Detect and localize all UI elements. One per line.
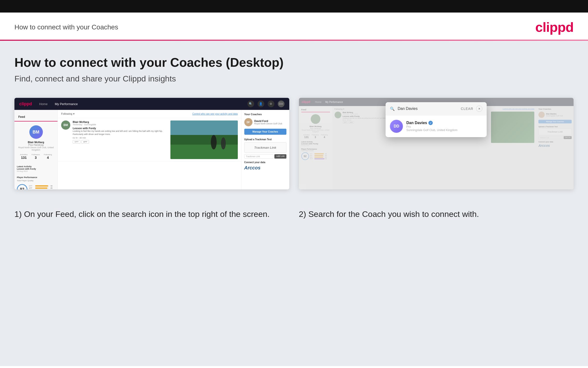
upload-section: Upload a Trackman Test Trackman Link Tra…	[244, 138, 286, 159]
stat-following: Following 4	[44, 154, 52, 159]
profile-name: Blair McHarg	[28, 141, 44, 144]
profile-club: Royal North Devon Golf Club, United King…	[17, 146, 55, 151]
feed-content: Blair McHarg Yesterday · Sunningdale Les…	[73, 120, 168, 159]
settings-icon[interactable]: ⚙	[268, 101, 274, 107]
left-screenshot: clippd Home My Performance 🔍 👤 ⚙ BM Feed	[14, 98, 289, 189]
coach-item: DF David Ford Royal North Devon Golf Clu…	[244, 118, 286, 126]
player-performance: Player Performance Total Player Quality …	[14, 174, 58, 189]
stat-activities: Activities 131	[20, 154, 28, 159]
feed-tab[interactable]: Feed	[14, 113, 58, 121]
main-content: How to connect with your Coaches (Deskto…	[0, 41, 588, 366]
coaches-panel: Your Coaches DF David Ford Royal North D…	[241, 110, 289, 189]
top-bar	[0, 0, 588, 12]
profile-card: BM Blair McHarg Plus Handicap Royal Nort…	[14, 121, 58, 163]
right-screenshot: clippd Home My Performance Feed Blair Mc…	[299, 98, 574, 189]
captions-row: 1) On your Feed, click on the search ico…	[14, 202, 574, 220]
connect-title: Connect your data	[244, 161, 286, 164]
performance-bars: OTT 90 APP 85 ARG	[29, 185, 53, 189]
app-body: Feed BM Blair McHarg Plus Handicap Royal…	[14, 110, 289, 189]
clear-button[interactable]: CLEAR	[461, 107, 474, 110]
latest-activity: Latest Activity Lesson with Fordy 03 Aug…	[14, 163, 58, 174]
nav-home[interactable]: Home	[39, 102, 48, 106]
feed-main: Following ▾ Control who can see your act…	[58, 110, 241, 189]
trackman-input[interactable]: Trackman Link	[244, 154, 274, 159]
section-heading: How to connect with your Coaches (Deskto…	[14, 55, 574, 70]
svg-point-3	[211, 135, 217, 149]
search-result[interactable]: DD Dan Davies ✓ Pro Sunningdale Golf Clu…	[386, 115, 487, 137]
performance-score: 92	[17, 184, 27, 189]
coaches-title: Your Coaches	[244, 113, 286, 116]
connect-section: Connect your data Arccos	[244, 161, 286, 171]
coach-club: Royal North Devon Golf Club	[255, 122, 282, 125]
feed-photo	[170, 120, 238, 159]
coach-name: David Ford	[255, 120, 282, 122]
trackman-box: Trackman Link	[244, 142, 286, 153]
page-title: How to connect with your Coaches	[14, 23, 118, 31]
feed-tags: OTT APP	[73, 140, 168, 144]
nav-my-performance[interactable]: My Performance	[55, 102, 78, 106]
svg-rect-2	[170, 120, 238, 135]
section-subheading: Find, connect and share your Clippd insi…	[14, 74, 574, 83]
result-name: Dan Davies	[406, 121, 427, 125]
manage-coaches-button[interactable]: Manage Your Coaches	[244, 129, 286, 135]
tag-ott: OTT	[73, 140, 80, 144]
trackman-label: Trackman Link	[254, 146, 276, 149]
result-role: Pro	[406, 125, 457, 129]
search-query[interactable]: Dan Davies	[398, 107, 458, 111]
right-caption: 2) Search for the Coach you wish to conn…	[299, 209, 574, 220]
screenshots-row: clippd Home My Performance 🔍 👤 ⚙ BM Feed	[14, 98, 574, 189]
upload-title: Upload a Trackman Test	[244, 138, 286, 141]
svg-point-4	[221, 137, 226, 149]
feed-avatar: BM	[61, 120, 70, 130]
close-button[interactable]: ×	[476, 106, 482, 112]
app-nav: clippd Home My Performance 🔍 👤 ⚙ BM	[14, 98, 289, 110]
right-caption-panel: 2) Search for the Coach you wish to conn…	[299, 202, 574, 220]
clippd-logo: clippd	[535, 19, 574, 35]
header: How to connect with your Coaches clippd	[0, 12, 588, 40]
control-link[interactable]: Control who can see your activity and da…	[192, 112, 237, 115]
avatar: BM	[29, 125, 43, 139]
search-modal-wrapper: 🔍 Dan Davies CLEAR × DD Dan Davies ✓ Pro	[299, 98, 574, 189]
result-avatar: DD	[390, 120, 403, 133]
app-logo: clippd	[19, 101, 32, 107]
left-caption: 1) On your Feed, click on the search ico…	[14, 209, 289, 220]
search-modal: 🔍 Dan Davies CLEAR × DD Dan Davies ✓ Pro	[386, 102, 487, 137]
following-bar: Following ▾ Control who can see your act…	[58, 110, 241, 118]
add-link-button[interactable]: Add Link	[274, 154, 286, 159]
profile-handicap: Plus Handicap	[28, 144, 44, 146]
avatar-icon[interactable]: BM	[278, 101, 284, 107]
result-club: Sunningdale Golf Club, United Kingdom	[406, 129, 457, 132]
verified-badge: ✓	[429, 121, 433, 125]
tag-app: APP	[81, 140, 89, 144]
search-bar: 🔍 Dan Davies CLEAR ×	[386, 102, 487, 115]
stat-followers: Followers 3	[32, 154, 40, 159]
add-link-row: Trackman Link Add Link	[244, 154, 286, 159]
nav-icons: 🔍 👤 ⚙ BM	[247, 101, 284, 107]
left-caption-panel: 1) On your Feed, click on the search ico…	[14, 202, 289, 220]
arccos-brand: Arccos	[244, 165, 286, 171]
app-sidebar: Feed BM Blair McHarg Plus Handicap Royal…	[14, 110, 58, 189]
search-icon[interactable]: 🔍	[247, 101, 254, 107]
svg-rect-1	[170, 145, 238, 159]
following-button[interactable]: Following ▾	[61, 112, 75, 115]
result-name-row: Dan Davies ✓	[406, 121, 457, 125]
user-icon[interactable]: 👤	[257, 101, 264, 107]
feed-item: BM Blair McHarg Yesterday · Sunningdale …	[58, 118, 241, 162]
footer: Copyright Clippd 2022	[0, 366, 588, 368]
search-icon: 🔍	[390, 107, 395, 111]
coach-avatar: DF	[244, 118, 253, 126]
stats-row: Activities 131 Followers 3 Following 4	[17, 154, 55, 159]
